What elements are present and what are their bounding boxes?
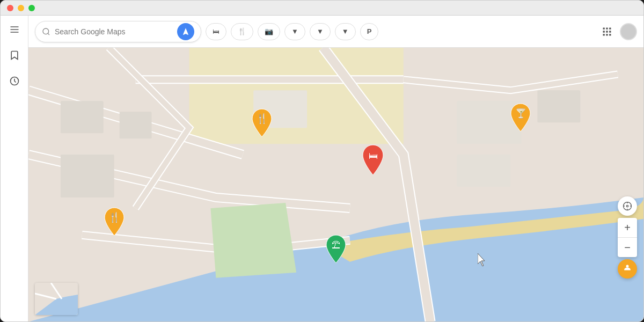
user-avatar[interactable]	[620, 23, 637, 40]
zoom-in-button[interactable]: +	[618, 218, 637, 237]
filter-general3[interactable]: ▼	[335, 23, 356, 40]
street-view-button[interactable]	[618, 259, 637, 279]
hotels-icon: 🛏	[213, 27, 219, 35]
svg-rect-14	[609, 34, 611, 35]
svg-rect-8	[609, 27, 611, 29]
app-body: 🛏 🍴 📷 ▼ ▼ ▼ P	[1, 16, 643, 321]
svg-text:🍴: 🍴	[256, 113, 268, 125]
maximize-button[interactable]	[28, 5, 35, 11]
main-content: 🛏 🍴 📷 ▼ ▼ ▼ P	[28, 16, 643, 321]
map-area[interactable]: 🍴 🍸 🛏	[28, 48, 643, 321]
pin-hotel1[interactable]: 🛏	[360, 144, 386, 176]
svg-rect-21	[537, 90, 580, 122]
svg-rect-22	[61, 155, 114, 197]
zoom-control: + −	[618, 218, 637, 257]
zoom-out-button[interactable]: −	[618, 238, 637, 257]
pin-restaurant1[interactable]: 🍴	[250, 108, 274, 138]
svg-text:🛏: 🛏	[368, 151, 377, 161]
minimize-button[interactable]	[18, 5, 24, 11]
filter2-icon: ▼	[317, 27, 324, 35]
filter-general1[interactable]: ▼	[284, 23, 305, 40]
apps-icon[interactable]	[598, 23, 616, 40]
search-input[interactable]	[55, 27, 173, 36]
app-window: 🛏 🍴 📷 ▼ ▼ ▼ P	[0, 0, 644, 322]
svg-point-4	[43, 28, 49, 34]
svg-rect-9	[603, 31, 605, 32]
mini-map	[35, 283, 78, 315]
filter-general2[interactable]: ▼	[310, 23, 331, 40]
svg-rect-23	[457, 155, 511, 187]
svg-rect-17	[61, 101, 104, 133]
svg-point-30	[626, 205, 628, 207]
map-svg	[28, 48, 643, 321]
filter-restaurants[interactable]: 🍴	[231, 23, 253, 40]
svg-text:⛱: ⛱	[332, 240, 340, 250]
photos-icon: 📷	[265, 27, 273, 35]
pin-bar1[interactable]: 🍸	[509, 103, 532, 133]
svg-line-5	[48, 33, 49, 35]
svg-text:🍴: 🍴	[108, 211, 121, 223]
parking-icon: P	[367, 27, 372, 35]
filter3-icon: ▼	[342, 27, 349, 35]
top-right-area	[598, 23, 637, 40]
filter1-icon: ▼	[291, 27, 298, 35]
directions-button[interactable]	[177, 23, 194, 40]
search-icon	[42, 27, 50, 36]
restaurants-icon: 🍴	[238, 27, 246, 35]
sidebar-recent-icon[interactable]	[7, 74, 22, 89]
svg-text:🍸: 🍸	[515, 108, 526, 119]
svg-rect-12	[603, 34, 605, 35]
svg-rect-11	[609, 31, 611, 32]
sidebar-saved-icon[interactable]	[7, 48, 22, 63]
compass-button[interactable]	[618, 196, 637, 216]
svg-rect-6	[603, 27, 605, 29]
svg-point-35	[626, 265, 629, 268]
top-bar: 🛏 🍴 📷 ▼ ▼ ▼ P	[28, 16, 643, 48]
svg-rect-13	[606, 34, 608, 35]
sidebar	[1, 16, 28, 321]
filter-photos[interactable]: 📷	[258, 23, 280, 40]
filter-parking[interactable]: P	[360, 23, 379, 40]
sidebar-menu-icon[interactable]	[7, 22, 22, 37]
pin-beach1[interactable]: ⛱	[324, 234, 348, 264]
pin-restaurant2[interactable]: 🍴	[103, 207, 126, 237]
svg-rect-10	[606, 31, 608, 32]
map-controls: + −	[618, 196, 637, 279]
title-bar	[1, 1, 643, 16]
svg-rect-7	[606, 27, 608, 29]
svg-rect-18	[120, 112, 152, 138]
search-box[interactable]	[35, 21, 201, 42]
close-button[interactable]	[7, 5, 13, 11]
filter-hotels[interactable]: 🛏	[206, 23, 226, 40]
